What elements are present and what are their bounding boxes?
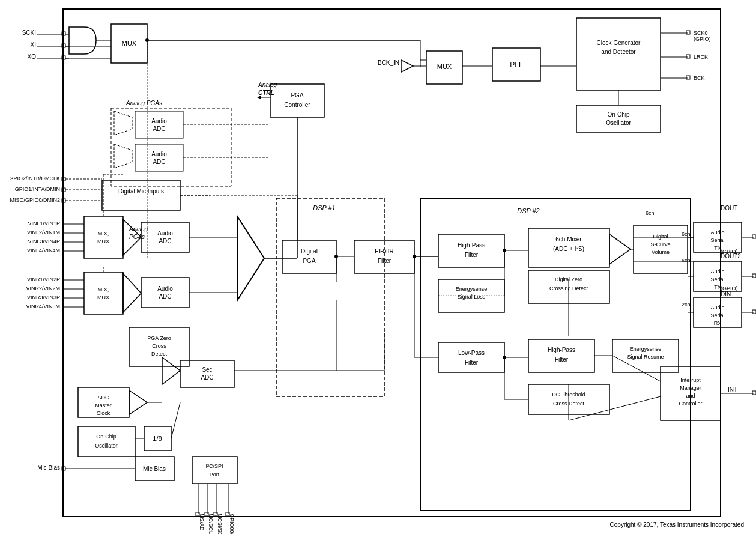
on-chip-osc-bot-line2: Oscillator bbox=[95, 443, 118, 449]
int-pin-label: INT bbox=[728, 386, 737, 393]
audio-adc-1-label: Audio bbox=[151, 118, 167, 124]
dscurve-line3: Volume bbox=[652, 249, 670, 255]
audio-adc-4-line2: ADC bbox=[159, 293, 171, 300]
svg-rect-108 bbox=[752, 310, 756, 314]
svg-rect-131 bbox=[192, 457, 237, 484]
audio-rx-line3: RX bbox=[714, 320, 722, 326]
xi-label: XI bbox=[31, 41, 36, 48]
svg-rect-32 bbox=[135, 111, 183, 138]
mcsi-sda-label: MCSI/SDA bbox=[217, 514, 223, 534]
svg-rect-29 bbox=[576, 105, 661, 132]
svg-rect-82 bbox=[78, 426, 135, 457]
svg-rect-24 bbox=[686, 31, 690, 34]
svg-rect-37 bbox=[270, 84, 324, 117]
din-gpio-label: (GPIO) bbox=[721, 285, 738, 291]
hp-filter1-line2: Filter bbox=[465, 252, 479, 258]
svg-rect-155 bbox=[111, 108, 231, 186]
on-chip-osc-top-line2: Oscillator bbox=[606, 120, 631, 126]
hp-filter2-line1: High-Pass bbox=[548, 347, 575, 353]
mix-mux-l-line1: MIX, bbox=[98, 231, 109, 237]
interrupt-line1: Interrupt bbox=[680, 377, 701, 383]
mc-scl-label: MC/SCL bbox=[208, 514, 214, 534]
energysense2-line2: Signal Resume bbox=[627, 354, 664, 360]
svg-rect-56 bbox=[141, 222, 189, 252]
energysense2-line1: Energysense bbox=[630, 346, 662, 352]
svg-rect-102 bbox=[752, 235, 756, 238]
audio-rx-line2: Serial bbox=[710, 312, 724, 318]
dscurve-line2: S-Curve bbox=[650, 241, 670, 247]
gpio2-label: GPIO2/INTB/DMCLK bbox=[9, 175, 60, 181]
gpio00-miso-label: GPIO00/MISO bbox=[229, 514, 235, 534]
audio-adc-3-line1: Audio bbox=[157, 230, 173, 237]
svg-marker-31 bbox=[114, 111, 132, 135]
audio-tx1-line1: Audio bbox=[710, 229, 724, 235]
dout-pin-label: DOUT bbox=[721, 205, 737, 211]
svg-marker-33 bbox=[114, 144, 132, 168]
div-label: 1/8 bbox=[153, 435, 162, 442]
lp-filter-line2: Filter bbox=[465, 359, 479, 366]
hp-filter1-line1: High-Pass bbox=[458, 242, 485, 249]
digital-pga-line2: PGA bbox=[303, 258, 315, 264]
gpio1-label: GPIO1/INTA/DMIN bbox=[15, 186, 60, 192]
scki-label: SCKI bbox=[22, 29, 36, 36]
vinl1-label: VINL1/VIN1P bbox=[28, 220, 60, 226]
audio-tx2-line2: Serial bbox=[710, 276, 724, 282]
mux-top-label: MUX bbox=[122, 40, 137, 47]
lp-filter-line1: Low-Pass bbox=[458, 350, 485, 356]
svg-rect-61 bbox=[84, 272, 123, 314]
lrck-label: LRCK bbox=[694, 54, 708, 60]
six-ch-line2: (ADC + I²S) bbox=[553, 246, 584, 252]
pga-ctrl-line2: Controller bbox=[284, 102, 310, 108]
bck-in-label: BCK_IN bbox=[378, 59, 399, 66]
vinr4-label: VINR4/VIN3M bbox=[26, 303, 60, 309]
6ch-out2: 6ch bbox=[682, 258, 691, 264]
pll-label: PLL bbox=[510, 61, 523, 69]
adc-master-line1: ADC bbox=[97, 395, 109, 401]
adc-master-line2: Master bbox=[95, 402, 112, 408]
svg-rect-113 bbox=[438, 342, 504, 372]
svg-rect-86 bbox=[354, 240, 414, 273]
analog-pgas-bot2-label: PGAs bbox=[129, 234, 145, 240]
svg-rect-105 bbox=[752, 274, 756, 278]
audio-adc-2-label: Audio bbox=[151, 151, 167, 157]
miso-label: MISO/GPIO0/DMIN2 bbox=[10, 197, 60, 203]
energysense1-line1: Energysense bbox=[456, 286, 488, 292]
vinr3-label: VINR3/VIN3P bbox=[27, 294, 60, 300]
audio-tx2-line1: Audio bbox=[710, 269, 724, 275]
2ch-out: 2ch bbox=[682, 302, 691, 308]
svg-point-153 bbox=[145, 38, 149, 42]
mix-mux-l-line2: MUX bbox=[97, 238, 109, 244]
svg-marker-76 bbox=[162, 357, 180, 384]
svg-line-85 bbox=[171, 402, 180, 438]
energysense1-line2: Signal Loss bbox=[458, 294, 486, 300]
pga-zero-line3: Detect bbox=[151, 351, 168, 357]
vinl4-label: VINL4/VIN4M bbox=[27, 247, 60, 253]
fir-iir-line1: FIR/IIR bbox=[375, 248, 394, 255]
vinr2-label: VINR2/VIN2M bbox=[26, 285, 60, 291]
mix-mux-r-line2: MUX bbox=[97, 294, 109, 300]
svg-marker-16 bbox=[401, 60, 413, 72]
svg-marker-69 bbox=[237, 216, 264, 300]
pga-zero-line1: PGA Zero bbox=[147, 335, 171, 341]
interrupt-line4: Controller bbox=[679, 401, 702, 407]
svg-marker-80 bbox=[129, 390, 147, 414]
copyright: Copyright © 2017, Texas Instruments Inco… bbox=[610, 521, 744, 528]
sec-adc-line1: Sec bbox=[202, 366, 212, 373]
on-chip-osc-bot-line1: On-Chip bbox=[96, 434, 116, 440]
mic-bias-pin-label: Mic Bias bbox=[37, 464, 60, 471]
audio-adc-4-line1: Audio bbox=[157, 285, 173, 292]
dsp2-label: DSP #2 bbox=[517, 207, 540, 214]
sck0-label: SCK0 bbox=[694, 30, 708, 36]
6ch-label1: 6ch bbox=[646, 210, 655, 216]
digital-pga-line1: Digital bbox=[301, 248, 318, 255]
audio-tx1-line2: Serial bbox=[710, 237, 724, 243]
svg-marker-94 bbox=[609, 234, 631, 264]
on-chip-osc-top-line1: On-Chip bbox=[607, 111, 630, 118]
svg-marker-62 bbox=[123, 273, 141, 312]
din-pin-label: DIN bbox=[721, 291, 731, 297]
mic-bias-box-label: Mic Bias bbox=[143, 466, 166, 472]
i2c-spi-line1: I²C/SPI bbox=[205, 463, 223, 469]
svg-rect-28 bbox=[686, 76, 690, 79]
adc-master-line3: Clock bbox=[97, 410, 110, 416]
svg-rect-71 bbox=[276, 198, 384, 396]
